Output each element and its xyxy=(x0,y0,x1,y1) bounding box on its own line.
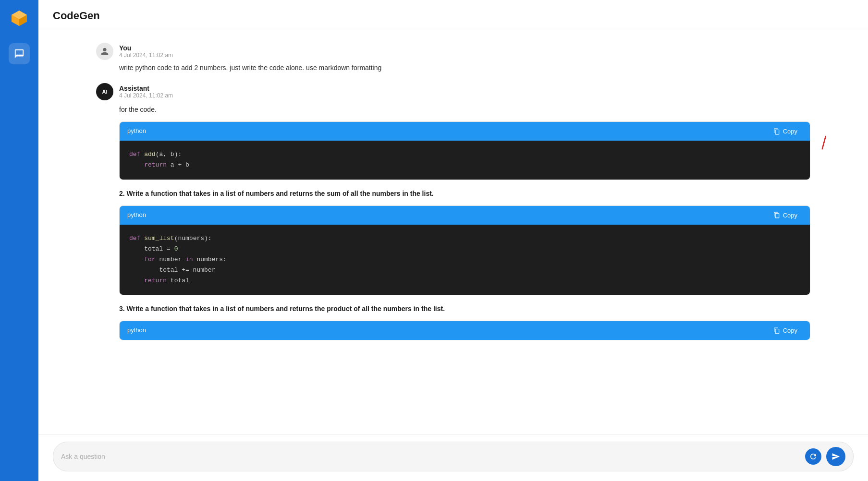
send-button[interactable] xyxy=(826,447,845,466)
section-title-2: 2. Write a function that takes in a list… xyxy=(119,189,810,199)
main-content: CodeGen You 4 Jul 2024, 11:02 am write p… xyxy=(38,0,868,481)
user-message-text: write python code to add 2 numbers. just… xyxy=(119,64,810,72)
user-message-header: You 4 Jul 2024, 11:02 am xyxy=(96,43,810,60)
code-block-1: python Copy def add(a, b): return a + b xyxy=(119,121,810,180)
copy-button-1[interactable]: Copy xyxy=(769,126,802,137)
app-logo xyxy=(9,8,30,29)
chat-nav-button[interactable] xyxy=(9,43,30,64)
code-block-1-header: python Copy xyxy=(120,122,810,141)
ai-message-block: AI Assistant 4 Jul 2024, 11:02 am for th… xyxy=(96,83,810,340)
chat-area: You 4 Jul 2024, 11:02 am write python co… xyxy=(38,29,868,434)
ai-intro-text: for the code. xyxy=(119,104,810,115)
code-lang-3: python xyxy=(127,325,146,336)
ai-sender-name: Assistant xyxy=(119,84,173,92)
ai-message-time: 4 Jul 2024, 11:02 am xyxy=(119,92,173,99)
header: CodeGen xyxy=(38,0,868,29)
copy-button-3[interactable]: Copy xyxy=(769,325,802,336)
code-block-3: python Copy xyxy=(119,321,810,340)
input-area xyxy=(38,434,868,481)
code-block-2: python Copy def sum_list(numbers): total… xyxy=(119,205,810,295)
code-block-3-header: python Copy xyxy=(120,321,810,340)
section-title-3: 3. Write a function that takes in a list… xyxy=(119,304,810,314)
code-block-2-body: def sum_list(numbers): total = 0 for num… xyxy=(120,225,810,295)
copy-button-2[interactable]: Copy xyxy=(769,210,802,221)
code-block-2-header: python Copy xyxy=(120,206,810,225)
user-message-block: You 4 Jul 2024, 11:02 am write python co… xyxy=(96,43,810,72)
chat-input[interactable] xyxy=(61,453,800,460)
code-lang-1: python xyxy=(127,126,146,136)
user-avatar xyxy=(96,43,113,60)
code-lang-2: python xyxy=(127,210,146,220)
code-block-1-body: def add(a, b): return a + b xyxy=(120,141,810,179)
input-row xyxy=(53,442,854,471)
user-message-time: 4 Jul 2024, 11:02 am xyxy=(119,52,173,59)
sidebar xyxy=(0,0,38,481)
ai-message-content: for the code. python Copy def add(a, xyxy=(119,104,810,340)
ai-message-header: AI Assistant 4 Jul 2024, 11:02 am xyxy=(96,83,810,100)
page-title: CodeGen xyxy=(53,10,854,22)
user-sender-name: You xyxy=(119,44,173,52)
ai-meta: Assistant 4 Jul 2024, 11:02 am xyxy=(119,84,173,99)
refresh-button[interactable] xyxy=(805,448,821,465)
user-meta: You 4 Jul 2024, 11:02 am xyxy=(119,44,173,59)
ai-avatar: AI xyxy=(96,83,113,100)
red-mark-decoration xyxy=(817,134,826,150)
